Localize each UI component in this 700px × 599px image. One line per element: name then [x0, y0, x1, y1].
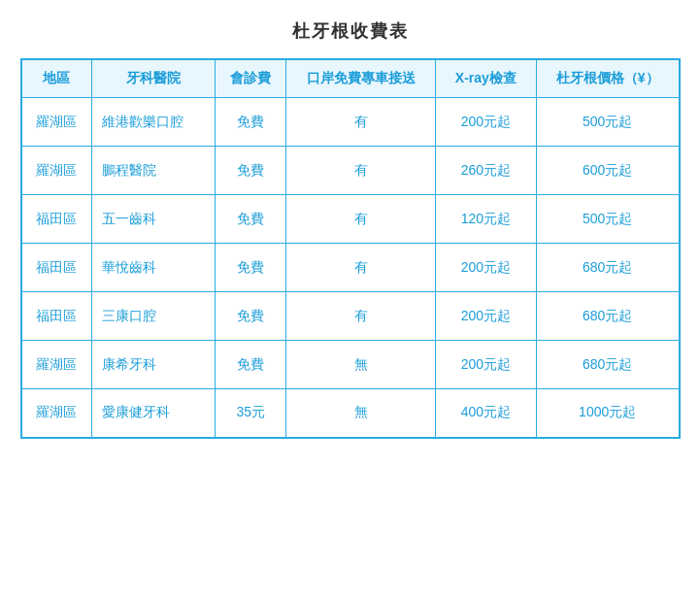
cell-xray: 200元起 — [435, 98, 536, 147]
cell-consult: 35元 — [216, 389, 286, 438]
cell-hospital: 華悅齒科 — [92, 244, 216, 292]
cell-shuttle: 有 — [286, 195, 436, 244]
main-container: 杜牙根收費表 地區 牙科醫院 會診費 口岸免費專車接送 X-ray檢查 杜牙根價… — [20, 19, 681, 439]
cell-hospital: 鵬程醫院 — [92, 147, 216, 195]
cell-price: 600元起 — [536, 147, 679, 195]
table-row: 羅湖區維港歡樂口腔免費有200元起500元起 — [21, 98, 680, 147]
table-header-row: 地區 牙科醫院 會診費 口岸免費專車接送 X-ray檢查 杜牙根價格（¥） — [21, 59, 680, 98]
cell-hospital: 三康口腔 — [92, 292, 216, 341]
col-header-consult: 會診費 — [216, 59, 286, 98]
table-row: 福田區華悅齒科免費有200元起680元起 — [21, 244, 680, 292]
cell-hospital: 五一齒科 — [92, 195, 216, 244]
table-row: 羅湖區愛康健牙科35元無400元起1000元起 — [21, 389, 680, 438]
price-table: 地區 牙科醫院 會診費 口岸免費專車接送 X-ray檢查 杜牙根價格（¥） 羅湖… — [20, 58, 681, 439]
cell-price: 680元起 — [536, 341, 679, 389]
col-header-shuttle: 口岸免費專車接送 — [286, 59, 436, 98]
cell-xray: 200元起 — [435, 341, 536, 389]
col-header-area: 地區 — [21, 59, 92, 98]
cell-area: 羅湖區 — [21, 389, 92, 438]
cell-price: 500元起 — [536, 98, 679, 147]
cell-xray: 120元起 — [435, 195, 536, 244]
cell-shuttle: 無 — [286, 389, 436, 438]
cell-xray: 200元起 — [435, 292, 536, 341]
col-header-hospital: 牙科醫院 — [92, 59, 216, 98]
cell-price: 680元起 — [536, 244, 679, 292]
col-header-price: 杜牙根價格（¥） — [536, 59, 679, 98]
cell-consult: 免費 — [216, 195, 286, 244]
table-row: 羅湖區康希牙科免費無200元起680元起 — [21, 341, 680, 389]
cell-area: 福田區 — [21, 195, 92, 244]
cell-consult: 免費 — [216, 292, 286, 341]
table-row: 羅湖區鵬程醫院免費有260元起600元起 — [21, 147, 680, 195]
cell-shuttle: 有 — [286, 244, 436, 292]
cell-consult: 免費 — [216, 147, 286, 195]
cell-shuttle: 有 — [286, 147, 436, 195]
cell-area: 羅湖區 — [21, 147, 92, 195]
cell-area: 羅湖區 — [21, 98, 92, 147]
table-row: 福田區五一齒科免費有120元起500元起 — [21, 195, 680, 244]
cell-area: 福田區 — [21, 292, 92, 341]
page-title: 杜牙根收費表 — [20, 19, 681, 43]
cell-consult: 免費 — [216, 98, 286, 147]
cell-consult: 免費 — [216, 244, 286, 292]
cell-hospital: 維港歡樂口腔 — [92, 98, 216, 147]
col-header-xray: X-ray檢查 — [435, 59, 536, 98]
cell-hospital: 愛康健牙科 — [92, 389, 216, 438]
cell-xray: 260元起 — [435, 147, 536, 195]
cell-shuttle: 無 — [286, 341, 436, 389]
cell-hospital: 康希牙科 — [92, 341, 216, 389]
cell-area: 羅湖區 — [21, 341, 92, 389]
table-row: 福田區三康口腔免費有200元起680元起 — [21, 292, 680, 341]
cell-shuttle: 有 — [286, 98, 436, 147]
cell-price: 500元起 — [536, 195, 679, 244]
cell-xray: 200元起 — [435, 244, 536, 292]
cell-area: 福田區 — [21, 244, 92, 292]
cell-consult: 免費 — [216, 341, 286, 389]
cell-price: 680元起 — [536, 292, 679, 341]
cell-shuttle: 有 — [286, 292, 436, 341]
cell-price: 1000元起 — [536, 389, 679, 438]
cell-xray: 400元起 — [435, 389, 536, 438]
